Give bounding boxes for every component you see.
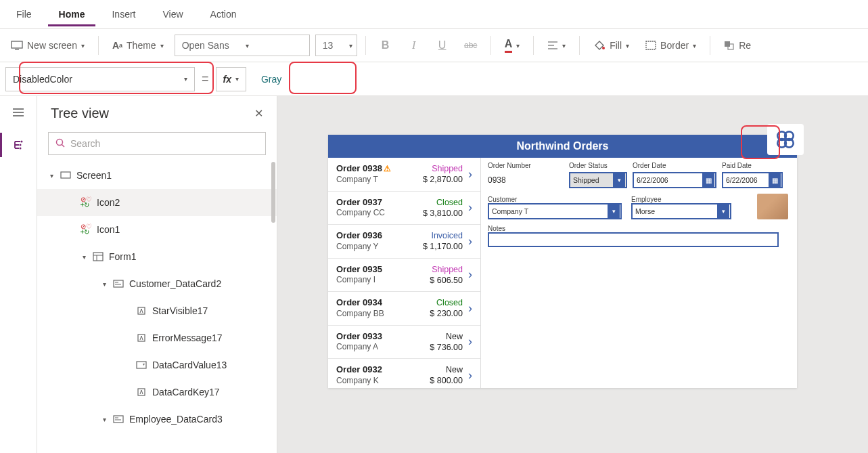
tree-item-employee_datacard3[interactable]: ▾Employee_DataCard3 [37,406,277,433]
calendar-icon: ▦ [702,173,714,187]
left-rail [0,96,37,453]
order-item[interactable]: Order 0934Company BBClosed$ 230.00› [328,292,480,326]
expander-icon[interactable]: ▾ [101,280,108,288]
customer-dropdown[interactable]: Company T▾ [488,203,622,219]
menu-file[interactable]: File [5,2,43,26]
chevron-right-icon: › [468,335,472,349]
menu-home[interactable]: Home [48,2,96,26]
label-employee: Employee [631,196,733,203]
theme-label: Theme [127,40,156,51]
expander-icon[interactable]: ▾ [101,416,108,423]
order-number: Order 0936 [336,230,382,242]
warning-icon: ⚠ [384,164,391,175]
property-name: DisabledColor [13,74,72,85]
order-amount: $ 736.00 [430,342,463,353]
tree-item-customer_datacard2[interactable]: ▾Customer_DataCard2 [37,270,277,297]
menu-insert[interactable]: Insert [101,2,146,26]
reorder-button[interactable]: Re [718,37,756,53]
svg-point-12 [20,141,22,143]
tree-item-label: Icon2 [97,197,120,208]
tree-body: ▾Screen1⊘♡+↻Icon2⊘♡+↻Icon1▾Form1▾Custome… [37,162,277,453]
border-icon [645,41,656,50]
tree-item-label: Customer_DataCard2 [129,278,221,289]
formula-input[interactable]: Gray [253,67,863,91]
new-screen-button[interactable]: New screen ▾ [5,37,90,53]
paid-date-picker[interactable]: 6/22/2006▦ [722,172,783,188]
order-status-dropdown[interactable]: Shipped▾ [569,172,627,188]
border-button[interactable]: Border ▾ [640,37,702,53]
employee-dropdown[interactable]: Morse▾ [631,203,731,219]
order-item[interactable]: Order 0936Company YInvoiced$ 1,170.00› [328,225,480,259]
tree-item-errormessage17[interactable]: ErrorMessage17 [37,324,277,351]
notes-input[interactable] [488,232,779,247]
chevron-down-icon: ▾ [516,42,520,49]
chevron-right-icon: › [468,167,472,181]
label-icon [136,387,147,397]
property-dropdown[interactable]: DisabledColor ▾ [5,67,195,91]
chevron-down-icon: ▾ [626,42,629,49]
svg-point-14 [19,148,21,150]
tree-search[interactable]: Search [48,132,266,155]
italic-button[interactable]: I [403,37,426,54]
icon-double-icon: ⊘♡+↻ [81,197,91,208]
theme-button[interactable]: Aa Theme ▾ [107,37,169,53]
workspace: Tree view ✕ Search ▾Screen1⊘♡+↻Icon2⊘♡+↻… [0,96,868,453]
chevron-down-icon: ▾ [608,204,620,218]
hamburger-button[interactable] [6,100,30,125]
font-size-combo[interactable]: 13 ▾ [315,35,357,56]
close-icon[interactable]: ✕ [254,107,263,120]
tree-view-rail-button[interactable] [0,133,37,157]
chevron-down-icon: ▾ [81,42,85,49]
equals-sign: = [202,72,209,86]
order-item[interactable]: Order 0935Company IShipped$ 606.50› [328,259,480,293]
order-customer: Company K [336,376,382,387]
label-customer: Customer [488,196,623,203]
order-item[interactable]: Order 0932Company KNew$ 800.00› [328,359,480,388]
order-amount: $ 800.00 [430,375,463,386]
chevron-right-icon: › [468,267,472,282]
underline-button[interactable]: U [431,37,454,54]
svg-line-16 [62,144,65,147]
label-order-number: Order Number [488,162,564,169]
font-combo[interactable]: Open Sans ▾ [175,35,310,56]
align-icon [547,41,558,50]
menu-view[interactable]: View [152,2,193,26]
order-item[interactable]: Order 0938⚠Company TShipped$ 2,870.00› [328,158,480,192]
order-status: Closed [436,197,463,208]
bold-button[interactable]: B [374,37,397,54]
order-date-picker[interactable]: 6/22/2006▦ [633,172,716,188]
menu-action[interactable]: Action [200,2,248,26]
font-color-button[interactable]: A ▾ [499,35,526,56]
label-icon [136,306,147,316]
tree-item-datacardkey17[interactable]: DataCardKey17 [37,379,277,406]
expander-icon[interactable]: ▾ [48,172,55,179]
order-customer: Company CC [336,208,385,219]
chevron-down-icon: ▾ [246,42,249,49]
chevron-down-icon: ▾ [235,75,239,83]
tree-item-datacardvalue13[interactable]: DataCardValue13 [37,351,277,379]
order-item[interactable]: Order 0933Company ANew$ 736.00› [328,326,480,360]
orders-gallery[interactable]: Order 0938⚠Company TShipped$ 2,870.00›Or… [328,158,481,388]
fx-button[interactable]: fx ▾ [216,67,246,91]
strikethrough-button[interactable]: abc [459,38,482,53]
fill-button[interactable]: Fill ▾ [588,37,635,53]
menubar: File Home Insert View Action [0,0,868,28]
fx-label: fx [223,74,231,85]
order-item[interactable]: Order 0937Company CCClosed$ 3,810.00› [328,192,480,225]
tree-item-form1[interactable]: ▾Form1 [37,243,277,270]
screen-icon [60,171,71,179]
expander-icon[interactable]: ▾ [81,253,87,261]
chevron-down-icon: ▾ [613,173,625,187]
tree-item-starvisible17[interactable]: StarVisible17 [37,297,277,324]
scrollbar-thumb[interactable] [271,162,275,223]
tree-item-screen1[interactable]: ▾Screen1 [37,162,277,189]
tree-item-icon2[interactable]: ⊘♡+↻Icon2 [37,189,277,216]
order-status: Invoiced [431,230,463,241]
sync-icon-control[interactable] [767,124,804,155]
align-button[interactable]: ▾ [542,38,571,53]
tree-item-icon1[interactable]: ⊘♡+↻Icon1 [37,216,277,243]
chevron-down-icon: ▾ [160,42,164,49]
chevron-down-icon: ▾ [184,75,187,83]
label-paid-date: Paid Date [722,162,783,169]
order-amount: $ 230.00 [430,308,463,319]
